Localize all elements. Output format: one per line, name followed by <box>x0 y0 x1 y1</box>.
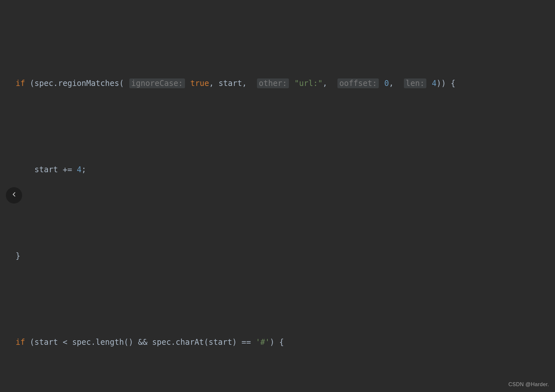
code-line[interactable]: if (start < spec.length() && spec.charAt… <box>16 334 548 351</box>
code-line[interactable]: } <box>16 247 548 265</box>
inlay-hint: other: <box>257 78 289 88</box>
watermark: CSDN @Harder. <box>508 382 549 387</box>
inlay-hint: ooffset: <box>337 78 379 88</box>
code-line[interactable]: if (spec.regionMatches( ignoreCase: true… <box>16 75 548 92</box>
back-button[interactable] <box>6 187 22 203</box>
code-editor[interactable]: if (spec.regionMatches( ignoreCase: true… <box>0 0 555 392</box>
inlay-hint: len: <box>404 78 427 88</box>
inlay-hint: ignoreCase: <box>129 78 185 88</box>
code-line[interactable]: start += 4; <box>16 161 548 178</box>
chevron-left-icon <box>10 191 18 200</box>
code-area[interactable]: if (spec.regionMatches( ignoreCase: true… <box>16 6 548 392</box>
keyword-if: if <box>16 79 25 88</box>
